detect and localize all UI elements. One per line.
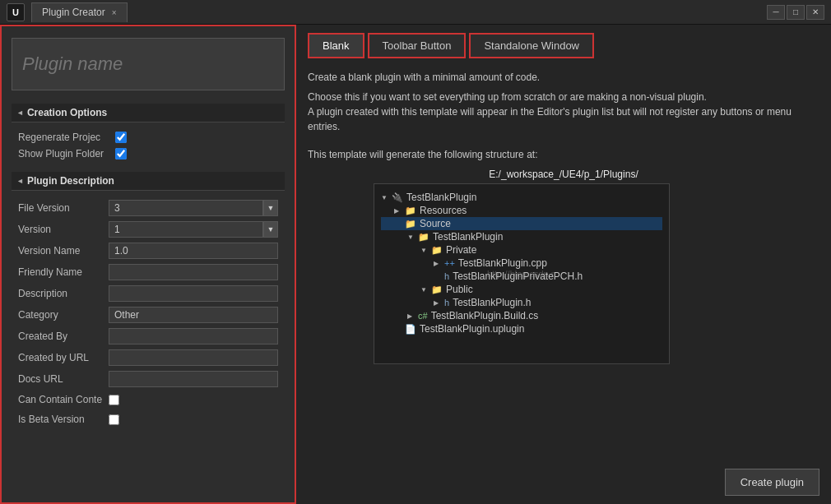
field-text-input[interactable] bbox=[109, 328, 278, 344]
minimize-button[interactable]: ─ bbox=[767, 5, 785, 20]
tabs-bar: Blank Toolbar Button Standalone Window bbox=[308, 33, 819, 58]
tree-arrow-icon[interactable]: ▼ bbox=[407, 234, 416, 241]
title-bar: U Plugin Creator × ─ □ ✕ bbox=[0, 0, 831, 25]
field-label: Category bbox=[18, 309, 109, 321]
field-row: Description bbox=[12, 283, 285, 304]
field-label: Version Name bbox=[18, 245, 109, 257]
creation-options-section: ◄ Creation Options Regenerate Projec Sho… bbox=[12, 104, 285, 162]
fields-container: File Version▼Version▼Version NameFriendl… bbox=[12, 197, 285, 429]
field-text-input[interactable] bbox=[109, 264, 278, 280]
tree-arrow-icon[interactable]: ▼ bbox=[420, 286, 429, 294]
tree-arrow-icon[interactable]: ▼ bbox=[420, 247, 429, 254]
field-label: Version bbox=[18, 224, 109, 235]
field-text-input[interactable] bbox=[109, 371, 278, 387]
field-row: Created by URL bbox=[12, 347, 285, 368]
regen-project-checkbox[interactable] bbox=[115, 132, 127, 143]
field-checkbox[interactable] bbox=[109, 395, 119, 405]
creation-options-header: ◄ Creation Options bbox=[12, 104, 285, 123]
field-text-input[interactable] bbox=[109, 349, 278, 366]
tree-file-icon: 📄 bbox=[405, 324, 416, 335]
field-label: Friendly Name bbox=[18, 266, 109, 278]
tree-item[interactable]: ▼📁 Public bbox=[381, 283, 662, 296]
field-row: Version Name bbox=[12, 240, 285, 261]
field-label: Description bbox=[18, 288, 109, 299]
tree-arrow-icon[interactable]: ▼ bbox=[381, 194, 389, 201]
plugin-name-input[interactable] bbox=[12, 38, 285, 90]
tree-item[interactable]: ▼📁 Private bbox=[381, 243, 662, 257]
field-checkbox[interactable] bbox=[109, 414, 119, 425]
regen-project-row: Regenerate Projec bbox=[12, 129, 285, 146]
tree-item-name: TestBlankPluginPrivatePCH.h bbox=[453, 270, 583, 282]
plugin-desc-label: Plugin Description bbox=[27, 175, 114, 187]
field-row: Created By bbox=[12, 326, 285, 347]
tab-standalone-window[interactable]: Standalone Window bbox=[469, 33, 594, 58]
spinner-down[interactable]: ▼ bbox=[263, 200, 278, 216]
tree-item-name: Resources bbox=[420, 205, 467, 216]
field-label: Can Contain Conte bbox=[18, 394, 109, 405]
tree-file-icon: h bbox=[444, 271, 449, 281]
field-text-input[interactable] bbox=[109, 285, 278, 302]
tree-file-icon: h bbox=[444, 298, 449, 307]
tree-item[interactable]: ▶📁 Resources bbox=[381, 204, 662, 217]
tree-arrow-icon[interactable]: ▶ bbox=[434, 260, 442, 267]
tree-item-name: TestBlankPlugin.uplugin bbox=[420, 323, 524, 335]
tree-item-name: TestBlankPlugin bbox=[406, 192, 476, 203]
field-row: Docs URL bbox=[12, 368, 285, 390]
field-label: Created By bbox=[18, 331, 109, 342]
tree-item-name: Source bbox=[420, 218, 451, 229]
field-label: Is Beta Version bbox=[18, 414, 109, 425]
tree-item[interactable]: ▼📁 TestBlankPlugin bbox=[381, 230, 662, 243]
show-folder-row: Show Plugin Folder bbox=[12, 146, 285, 162]
tree-item-name: TestBlankPlugin.cpp bbox=[458, 257, 547, 269]
field-label: Docs URL bbox=[18, 373, 109, 385]
field-label: File Version bbox=[18, 202, 109, 214]
content-area: Create a blank plugin with a minimal amo… bbox=[308, 70, 819, 460]
spinner-down[interactable]: ▼ bbox=[263, 221, 278, 238]
close-tab-icon[interactable]: × bbox=[112, 8, 117, 17]
field-text-input[interactable] bbox=[109, 243, 278, 259]
tree-item-name: Private bbox=[446, 244, 476, 256]
field-spinner-input[interactable] bbox=[109, 221, 263, 238]
show-folder-label: Show Plugin Folder bbox=[18, 148, 109, 160]
tree-item[interactable]: 📄 TestBlankPlugin.uplugin bbox=[381, 322, 662, 335]
create-plugin-button[interactable]: Create plugin bbox=[725, 469, 819, 496]
field-row: File Version▼ bbox=[12, 197, 285, 219]
desc-line1: Create a blank plugin with a minimal amo… bbox=[308, 70, 819, 85]
tab-toolbar-button[interactable]: Toolbar Button bbox=[368, 33, 467, 58]
field-row: Is Beta Version bbox=[12, 409, 285, 429]
field-row: Can Contain Conte bbox=[12, 390, 285, 409]
regen-project-label: Regenerate Projec bbox=[18, 132, 109, 143]
tree-item[interactable]: ▼🔌 TestBlankPlugin bbox=[381, 191, 662, 204]
maximize-button[interactable]: □ bbox=[787, 5, 805, 20]
tree-arrow-icon[interactable]: ▶ bbox=[407, 312, 416, 320]
tree-file-icon: 📁 bbox=[418, 232, 429, 243]
structure-path: E:/_workspace_/UE4/p_1/Plugins/ bbox=[308, 169, 819, 180]
file-tree: http://blog.csdn.n ▼🔌 TestBlankPlugin▶📁 … bbox=[374, 183, 670, 364]
close-button[interactable]: ✕ bbox=[806, 5, 824, 20]
field-spinner-input[interactable] bbox=[109, 200, 263, 216]
tree-item[interactable]: ▶++ TestBlankPlugin.cpp bbox=[381, 257, 662, 270]
creation-options-label: Creation Options bbox=[27, 107, 107, 118]
tree-item[interactable]: h TestBlankPluginPrivatePCH.h bbox=[381, 270, 662, 283]
show-folder-checkbox[interactable] bbox=[115, 148, 127, 160]
title-tab[interactable]: Plugin Creator × bbox=[31, 2, 128, 22]
tab-blank[interactable]: Blank bbox=[308, 33, 364, 58]
tree-file-icon: 📁 bbox=[431, 245, 443, 256]
field-text-input[interactable] bbox=[109, 307, 278, 323]
window-controls: ─ □ ✕ bbox=[767, 5, 824, 20]
tree-file-icon: c# bbox=[418, 311, 428, 321]
tree-file-icon: 📁 bbox=[405, 206, 416, 216]
tab-label: Plugin Creator bbox=[42, 7, 105, 18]
field-row: Friendly Name bbox=[12, 261, 285, 283]
tree-item[interactable]: 📁 Source bbox=[381, 217, 662, 230]
field-label: Created by URL bbox=[18, 352, 109, 363]
tree-item-name: Public bbox=[446, 284, 473, 295]
tree-arrow-icon[interactable]: ▶ bbox=[394, 207, 402, 215]
bottom-bar: Create plugin bbox=[308, 460, 819, 496]
field-spinner: ▼ bbox=[109, 200, 278, 216]
left-panel: ◄ Creation Options Regenerate Projec Sho… bbox=[0, 25, 296, 504]
tree-arrow-icon[interactable]: ▶ bbox=[434, 299, 442, 307]
tree-item[interactable]: ▶h TestBlankPlugin.h bbox=[381, 296, 662, 309]
tree-item[interactable]: ▶c# TestBlankPlugin.Build.cs bbox=[381, 309, 662, 322]
right-panel: Blank Toolbar Button Standalone Window C… bbox=[296, 25, 831, 504]
